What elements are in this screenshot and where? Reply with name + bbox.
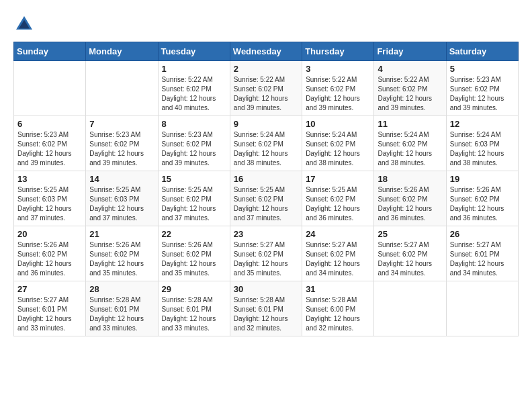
day-number: 8 xyxy=(162,119,226,129)
day-info: Sunrise: 5:28 AMSunset: 6:00 PMDaylight:… xyxy=(306,295,370,333)
day-info: Sunrise: 5:22 AMSunset: 6:02 PMDaylight:… xyxy=(378,75,442,113)
column-header-saturday: Saturday xyxy=(446,42,518,61)
day-number: 20 xyxy=(17,229,82,239)
calendar-cell: 11Sunrise: 5:24 AMSunset: 6:02 PMDayligh… xyxy=(374,116,446,171)
calendar-cell: 29Sunrise: 5:28 AMSunset: 6:01 PMDayligh… xyxy=(158,281,230,336)
day-info: Sunrise: 5:24 AMSunset: 6:02 PMDaylight:… xyxy=(234,130,298,168)
calendar-cell: 6Sunrise: 5:23 AMSunset: 6:02 PMDaylight… xyxy=(14,116,86,171)
calendar-cell: 21Sunrise: 5:26 AMSunset: 6:02 PMDayligh… xyxy=(86,226,158,281)
calendar-cell: 9Sunrise: 5:24 AMSunset: 6:02 PMDaylight… xyxy=(230,116,302,171)
column-header-tuesday: Tuesday xyxy=(158,42,230,61)
day-info: Sunrise: 5:25 AMSunset: 6:02 PMDaylight:… xyxy=(234,185,298,223)
day-number: 19 xyxy=(450,174,515,184)
day-info: Sunrise: 5:28 AMSunset: 6:01 PMDaylight:… xyxy=(234,295,298,333)
week-row-3: 13Sunrise: 5:25 AMSunset: 6:03 PMDayligh… xyxy=(14,171,519,226)
calendar-cell: 31Sunrise: 5:28 AMSunset: 6:00 PMDayligh… xyxy=(302,281,374,336)
week-row-5: 27Sunrise: 5:27 AMSunset: 6:01 PMDayligh… xyxy=(14,281,519,336)
day-info: Sunrise: 5:26 AMSunset: 6:02 PMDaylight:… xyxy=(162,240,226,278)
calendar-cell: 20Sunrise: 5:26 AMSunset: 6:02 PMDayligh… xyxy=(14,226,86,281)
calendar-cell: 27Sunrise: 5:27 AMSunset: 6:01 PMDayligh… xyxy=(14,281,86,336)
day-info: Sunrise: 5:23 AMSunset: 6:02 PMDaylight:… xyxy=(450,75,515,113)
day-info: Sunrise: 5:26 AMSunset: 6:02 PMDaylight:… xyxy=(89,240,154,278)
day-info: Sunrise: 5:25 AMSunset: 6:03 PMDaylight:… xyxy=(89,185,154,223)
day-info: Sunrise: 5:26 AMSunset: 6:02 PMDaylight:… xyxy=(17,240,82,278)
day-info: Sunrise: 5:27 AMSunset: 6:02 PMDaylight:… xyxy=(378,240,442,278)
day-number: 9 xyxy=(234,119,298,129)
column-header-thursday: Thursday xyxy=(302,42,374,61)
day-number: 2 xyxy=(234,64,298,74)
day-info: Sunrise: 5:24 AMSunset: 6:02 PMDaylight:… xyxy=(306,130,370,168)
calendar-cell: 26Sunrise: 5:27 AMSunset: 6:01 PMDayligh… xyxy=(446,226,518,281)
day-info: Sunrise: 5:23 AMSunset: 6:02 PMDaylight:… xyxy=(17,130,82,168)
day-info: Sunrise: 5:24 AMSunset: 6:02 PMDaylight:… xyxy=(378,130,442,168)
day-number: 27 xyxy=(17,284,82,294)
day-number: 16 xyxy=(234,174,298,184)
calendar-cell: 25Sunrise: 5:27 AMSunset: 6:02 PMDayligh… xyxy=(374,226,446,281)
calendar-cell: 13Sunrise: 5:25 AMSunset: 6:03 PMDayligh… xyxy=(14,171,86,226)
day-number: 1 xyxy=(162,64,226,74)
day-info: Sunrise: 5:23 AMSunset: 6:02 PMDaylight:… xyxy=(89,130,154,168)
day-number: 10 xyxy=(306,119,370,129)
day-number: 26 xyxy=(450,229,515,239)
logo-icon xyxy=(13,13,35,35)
day-info: Sunrise: 5:25 AMSunset: 6:03 PMDaylight:… xyxy=(17,185,82,223)
day-number: 21 xyxy=(89,229,154,239)
calendar-cell xyxy=(14,61,86,116)
day-number: 23 xyxy=(234,229,298,239)
week-row-4: 20Sunrise: 5:26 AMSunset: 6:02 PMDayligh… xyxy=(14,226,519,281)
logo xyxy=(13,13,38,35)
calendar-cell: 12Sunrise: 5:24 AMSunset: 6:03 PMDayligh… xyxy=(446,116,518,171)
calendar-cell: 23Sunrise: 5:27 AMSunset: 6:02 PMDayligh… xyxy=(230,226,302,281)
day-number: 5 xyxy=(450,64,515,74)
day-info: Sunrise: 5:25 AMSunset: 6:02 PMDaylight:… xyxy=(306,185,370,223)
page-header xyxy=(13,13,519,35)
calendar-cell: 19Sunrise: 5:26 AMSunset: 6:02 PMDayligh… xyxy=(446,171,518,226)
column-header-friday: Friday xyxy=(374,42,446,61)
calendar-cell: 18Sunrise: 5:26 AMSunset: 6:02 PMDayligh… xyxy=(374,171,446,226)
column-header-sunday: Sunday xyxy=(14,42,86,61)
day-number: 17 xyxy=(306,174,370,184)
day-number: 28 xyxy=(89,284,154,294)
calendar-table: SundayMondayTuesdayWednesdayThursdayFrid… xyxy=(13,42,519,336)
day-number: 30 xyxy=(234,284,298,294)
day-info: Sunrise: 5:28 AMSunset: 6:01 PMDaylight:… xyxy=(89,295,154,333)
calendar-cell: 22Sunrise: 5:26 AMSunset: 6:02 PMDayligh… xyxy=(158,226,230,281)
day-number: 3 xyxy=(306,64,370,74)
day-info: Sunrise: 5:27 AMSunset: 6:02 PMDaylight:… xyxy=(234,240,298,278)
calendar-cell: 10Sunrise: 5:24 AMSunset: 6:02 PMDayligh… xyxy=(302,116,374,171)
day-number: 24 xyxy=(306,229,370,239)
day-info: Sunrise: 5:25 AMSunset: 6:02 PMDaylight:… xyxy=(162,185,226,223)
day-number: 11 xyxy=(378,119,442,129)
day-info: Sunrise: 5:27 AMSunset: 6:01 PMDaylight:… xyxy=(17,295,82,333)
calendar-cell: 16Sunrise: 5:25 AMSunset: 6:02 PMDayligh… xyxy=(230,171,302,226)
day-info: Sunrise: 5:22 AMSunset: 6:02 PMDaylight:… xyxy=(162,75,226,113)
day-number: 14 xyxy=(89,174,154,184)
column-header-monday: Monday xyxy=(86,42,158,61)
calendar-cell xyxy=(446,281,518,336)
column-header-wednesday: Wednesday xyxy=(230,42,302,61)
day-number: 18 xyxy=(378,174,442,184)
week-row-1: 1Sunrise: 5:22 AMSunset: 6:02 PMDaylight… xyxy=(14,61,519,116)
day-info: Sunrise: 5:26 AMSunset: 6:02 PMDaylight:… xyxy=(378,185,442,223)
day-number: 13 xyxy=(17,174,82,184)
day-info: Sunrise: 5:22 AMSunset: 6:02 PMDaylight:… xyxy=(306,75,370,113)
day-info: Sunrise: 5:27 AMSunset: 6:02 PMDaylight:… xyxy=(306,240,370,278)
calendar-cell: 17Sunrise: 5:25 AMSunset: 6:02 PMDayligh… xyxy=(302,171,374,226)
day-info: Sunrise: 5:24 AMSunset: 6:03 PMDaylight:… xyxy=(450,130,515,168)
day-info: Sunrise: 5:26 AMSunset: 6:02 PMDaylight:… xyxy=(450,185,515,223)
day-info: Sunrise: 5:28 AMSunset: 6:01 PMDaylight:… xyxy=(162,295,226,333)
calendar-cell: 15Sunrise: 5:25 AMSunset: 6:02 PMDayligh… xyxy=(158,171,230,226)
calendar-cell: 24Sunrise: 5:27 AMSunset: 6:02 PMDayligh… xyxy=(302,226,374,281)
calendar-cell: 30Sunrise: 5:28 AMSunset: 6:01 PMDayligh… xyxy=(230,281,302,336)
week-row-2: 6Sunrise: 5:23 AMSunset: 6:02 PMDaylight… xyxy=(14,116,519,171)
day-info: Sunrise: 5:22 AMSunset: 6:02 PMDaylight:… xyxy=(234,75,298,113)
calendar-cell: 5Sunrise: 5:23 AMSunset: 6:02 PMDaylight… xyxy=(446,61,518,116)
day-number: 4 xyxy=(378,64,442,74)
day-number: 15 xyxy=(162,174,226,184)
calendar-cell: 14Sunrise: 5:25 AMSunset: 6:03 PMDayligh… xyxy=(86,171,158,226)
calendar-cell xyxy=(374,281,446,336)
calendar-cell: 8Sunrise: 5:23 AMSunset: 6:02 PMDaylight… xyxy=(158,116,230,171)
day-number: 6 xyxy=(17,119,82,129)
calendar-cell: 2Sunrise: 5:22 AMSunset: 6:02 PMDaylight… xyxy=(230,61,302,116)
day-number: 29 xyxy=(162,284,226,294)
